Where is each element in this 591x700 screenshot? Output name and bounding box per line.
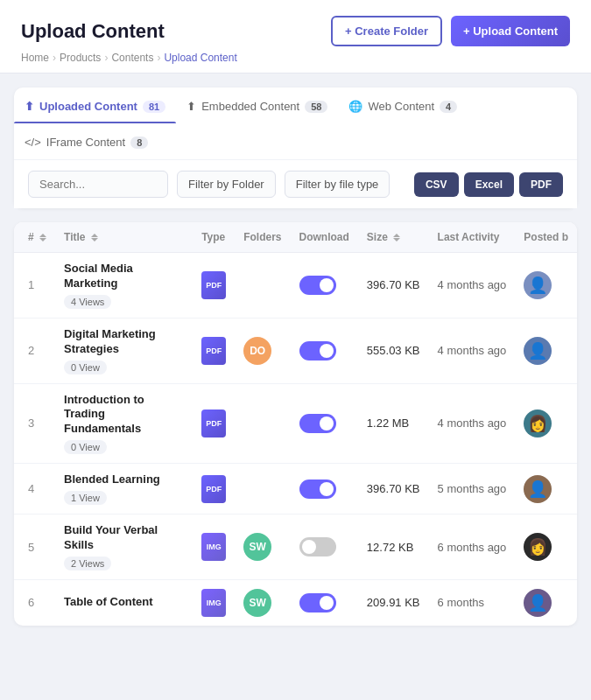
breadcrumb-contents[interactable]: Contents <box>111 52 153 64</box>
download-toggle[interactable] <box>299 341 336 360</box>
cell-type: PDF <box>193 383 235 464</box>
main-content: ⬆ Uploaded Content 81 ⬆ Embedded Content… <box>0 74 591 640</box>
cell-activity: 6 months ago <box>429 514 516 580</box>
cell-download[interactable] <box>291 383 358 464</box>
row-views: 0 View <box>64 360 107 374</box>
cell-title: Blended Learning1 View <box>55 464 193 514</box>
sort-num-icon <box>39 234 46 242</box>
cell-download[interactable] <box>291 464 358 514</box>
size-value: 1.22 MB <box>367 416 409 430</box>
cell-activity: 4 months ago <box>429 318 516 383</box>
cell-download[interactable] <box>291 318 358 383</box>
cell-title: Table of Content <box>55 579 193 626</box>
breadcrumb: Home › Products › Contents › Upload Cont… <box>21 52 570 64</box>
tabs-row: ⬆ Uploaded Content 81 ⬆ Embedded Content… <box>14 88 577 159</box>
table-card: # Title Type Folders <box>14 222 577 626</box>
cell-download[interactable] <box>291 579 358 626</box>
filter-folder-button[interactable]: Filter by Folder <box>177 171 276 198</box>
tab-uploaded-label: Uploaded Content <box>39 100 137 113</box>
export-pdf-button[interactable]: PDF <box>519 172 563 197</box>
cell-activity: 4 months ago <box>429 253 516 318</box>
search-input[interactable] <box>28 171 168 198</box>
upload-icon: ⬆ <box>25 100 34 113</box>
download-toggle[interactable] <box>299 537 336 556</box>
upload-content-button[interactable]: + Upload Content <box>451 16 570 46</box>
cell-num: 1 <box>14 253 55 318</box>
tab-embedded-content[interactable]: ⬆ Embedded Content 58 <box>176 88 338 123</box>
cell-type: IMG <box>193 579 235 626</box>
sort-title-icon <box>91 234 98 242</box>
tab-iframe-label: IFrame Content <box>46 136 125 149</box>
folder-avatar: DO <box>243 337 271 365</box>
download-toggle[interactable] <box>299 480 336 499</box>
size-value: 12.72 KB <box>367 541 414 554</box>
cell-folders <box>235 464 290 514</box>
row-title: Table of Content <box>64 595 184 610</box>
row-views: 0 View <box>64 440 107 454</box>
tab-web-label: Web Content <box>368 100 434 113</box>
activity-value: 6 months ago <box>438 541 507 554</box>
cell-folders <box>235 253 290 318</box>
col-posted: Posted b <box>515 222 577 253</box>
cell-download[interactable] <box>291 514 358 580</box>
col-title: Title <box>55 222 193 253</box>
avatar: 👤 <box>524 337 552 365</box>
page-title: Upload Content <box>21 20 165 43</box>
tab-embedded-badge: 58 <box>305 101 327 113</box>
download-toggle[interactable] <box>299 276 336 295</box>
cell-num: 3 <box>14 383 55 464</box>
col-activity: Last Activity <box>429 222 516 253</box>
cell-posted: 👤 <box>515 464 577 514</box>
cell-download[interactable] <box>291 253 358 318</box>
tab-embedded-label: Embedded Content <box>201 100 299 113</box>
embed-icon: ⬆ <box>186 100 196 113</box>
activity-value: 6 months <box>438 596 484 609</box>
img-icon: IMG <box>201 533 226 561</box>
globe-icon: 🌐 <box>348 100 362 113</box>
activity-value: 4 months ago <box>438 278 507 291</box>
col-download: Download <box>291 222 358 253</box>
table-row: 1Social Media Marketing4 ViewsPDF396.70 … <box>14 253 577 318</box>
activity-value: 4 months ago <box>438 416 507 430</box>
filter-filetype-button[interactable]: Filter by file type <box>285 171 390 198</box>
cell-size: 555.03 KB <box>358 318 429 383</box>
code-icon: </> <box>25 136 41 149</box>
tab-iframe-content[interactable]: </> IFrame Content 8 <box>14 123 158 159</box>
export-excel-button[interactable]: Excel <box>464 172 514 197</box>
cell-title: Digital Marketing Strategies0 View <box>55 318 193 383</box>
breadcrumb-current: Upload Content <box>164 52 236 64</box>
cell-activity: 5 months ago <box>429 464 516 514</box>
cell-title: Social Media Marketing4 Views <box>55 253 193 318</box>
data-table: # Title Type Folders <box>14 222 577 626</box>
tab-web-content[interactable]: 🌐 Web Content 4 <box>338 88 468 123</box>
activity-value: 5 months ago <box>438 482 507 495</box>
cell-activity: 6 months <box>429 579 516 626</box>
col-type: Type <box>193 222 235 253</box>
create-folder-button[interactable]: + Create Folder <box>331 16 442 46</box>
download-toggle[interactable] <box>299 593 336 612</box>
cell-size: 1.22 MB <box>358 383 429 464</box>
cell-posted: 👤 <box>515 318 577 383</box>
breadcrumb-products[interactable]: Products <box>60 52 101 64</box>
cell-num: 2 <box>14 318 55 383</box>
pdf-icon: PDF <box>201 337 226 365</box>
cell-activity: 4 months ago <box>429 383 516 464</box>
row-title: Introduction to Trading Fundamentals <box>64 393 184 438</box>
breadcrumb-home[interactable]: Home <box>21 52 49 64</box>
export-csv-button[interactable]: CSV <box>414 172 459 197</box>
tab-uploaded-content[interactable]: ⬆ Uploaded Content 81 <box>14 88 176 123</box>
row-title: Social Media Marketing <box>64 262 184 291</box>
page-header: Upload Content + Create Folder + Upload … <box>0 0 591 74</box>
pdf-icon: PDF <box>201 410 226 438</box>
cell-type: PDF <box>193 253 235 318</box>
size-value: 209.91 KB <box>367 596 420 609</box>
download-toggle[interactable] <box>299 414 336 433</box>
cell-type: PDF <box>193 318 235 383</box>
table-row: 5Build Your Verbal Skills2 ViewsIMGSW12.… <box>14 514 577 580</box>
cell-size: 209.91 KB <box>358 579 429 626</box>
cell-title: Introduction to Trading Fundamentals0 Vi… <box>55 383 193 464</box>
cell-folders: SW <box>235 579 290 626</box>
header-actions: + Create Folder + Upload Content <box>331 16 570 46</box>
cell-type: IMG <box>193 514 235 580</box>
avatar: 👩 <box>524 410 552 438</box>
